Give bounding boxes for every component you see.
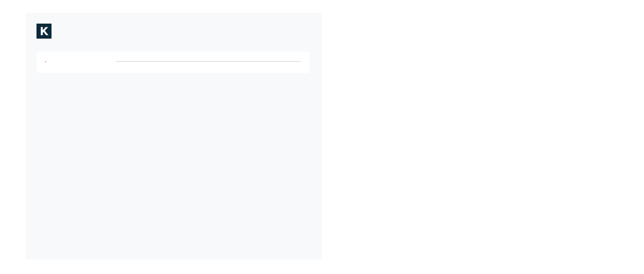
summary-block — [331, 94, 631, 102]
card-header — [36, 24, 309, 39]
x-axis — [45, 61, 301, 66]
letter-k-icon — [39, 26, 49, 36]
chart-card — [26, 13, 322, 260]
logo-k-icon — [36, 24, 52, 39]
chart-area — [36, 51, 309, 73]
